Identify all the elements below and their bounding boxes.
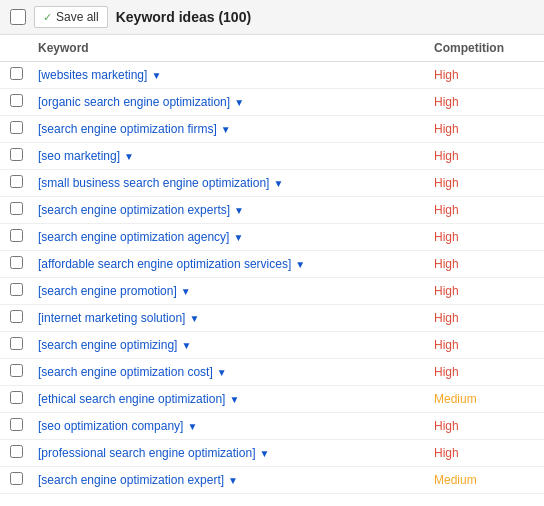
dropdown-arrow-12[interactable]: ▼: [229, 394, 239, 405]
row-competition-12: Medium: [434, 392, 534, 406]
row-keyword-3: [seo marketing] ▼: [38, 149, 434, 163]
row-checkbox-10[interactable]: [10, 337, 23, 350]
row-competition-0: High: [434, 68, 534, 82]
row-competition-1: High: [434, 95, 534, 109]
dropdown-arrow-6[interactable]: ▼: [233, 232, 243, 243]
row-checkbox-9[interactable]: [10, 310, 23, 323]
row-checkbox-5[interactable]: [10, 202, 23, 215]
row-checkbox-7[interactable]: [10, 256, 23, 269]
row-competition-10: High: [434, 338, 534, 352]
row-keyword-7: [affordable search engine optimization s…: [38, 257, 434, 271]
table-row: [ethical search engine optimization] ▼ M…: [0, 386, 544, 413]
row-checkbox-3[interactable]: [10, 148, 23, 161]
keyword-link-3[interactable]: [seo marketing]: [38, 149, 120, 163]
row-checkbox-14[interactable]: [10, 445, 23, 458]
row-competition-2: High: [434, 122, 534, 136]
row-competition-7: High: [434, 257, 534, 271]
keyword-link-15[interactable]: [search engine optimization expert]: [38, 473, 224, 487]
table-row: [affordable search engine optimization s…: [0, 251, 544, 278]
dropdown-arrow-1[interactable]: ▼: [234, 97, 244, 108]
row-keyword-11: [search engine optimization cost] ▼: [38, 365, 434, 379]
dropdown-arrow-11[interactable]: ▼: [217, 367, 227, 378]
row-checkbox-6[interactable]: [10, 229, 23, 242]
row-keyword-6: [search engine optimization agency] ▼: [38, 230, 434, 244]
table-row: [organic search engine optimization] ▼ H…: [0, 89, 544, 116]
table-row: [internet marketing solution] ▼ High: [0, 305, 544, 332]
row-keyword-1: [organic search engine optimization] ▼: [38, 95, 434, 109]
row-keyword-10: [search engine optimizing] ▼: [38, 338, 434, 352]
keyword-link-10[interactable]: [search engine optimizing]: [38, 338, 177, 352]
row-competition-14: High: [434, 446, 534, 460]
row-keyword-15: [search engine optimization expert] ▼: [38, 473, 434, 487]
table-row: [search engine optimizing] ▼ High: [0, 332, 544, 359]
table-row: [search engine optimization experts] ▼ H…: [0, 197, 544, 224]
table-row: [seo marketing] ▼ High: [0, 143, 544, 170]
keyword-link-9[interactable]: [internet marketing solution]: [38, 311, 185, 325]
save-all-button[interactable]: ✓ Save all: [34, 6, 108, 28]
row-checkbox-13[interactable]: [10, 418, 23, 431]
table-row: [websites marketing] ▼ High: [0, 62, 544, 89]
row-competition-4: High: [434, 176, 534, 190]
keyword-link-11[interactable]: [search engine optimization cost]: [38, 365, 213, 379]
row-checkbox-15[interactable]: [10, 472, 23, 485]
keyword-link-12[interactable]: [ethical search engine optimization]: [38, 392, 225, 406]
dropdown-arrow-2[interactable]: ▼: [221, 124, 231, 135]
table-row: [search engine promotion] ▼ High: [0, 278, 544, 305]
row-keyword-14: [professional search engine optimization…: [38, 446, 434, 460]
col-competition-header: Competition: [434, 41, 534, 55]
dropdown-arrow-14[interactable]: ▼: [259, 448, 269, 459]
row-checkbox-12[interactable]: [10, 391, 23, 404]
row-checkbox-11[interactable]: [10, 364, 23, 377]
save-all-label: Save all: [56, 10, 99, 24]
row-keyword-12: [ethical search engine optimization] ▼: [38, 392, 434, 406]
row-checkbox-4[interactable]: [10, 175, 23, 188]
dropdown-arrow-0[interactable]: ▼: [151, 70, 161, 81]
keyword-link-6[interactable]: [search engine optimization agency]: [38, 230, 229, 244]
dropdown-arrow-3[interactable]: ▼: [124, 151, 134, 162]
row-keyword-0: [websites marketing] ▼: [38, 68, 434, 82]
row-checkbox-8[interactable]: [10, 283, 23, 296]
col-keyword-header: Keyword: [38, 41, 434, 55]
select-all-checkbox[interactable]: [10, 9, 26, 25]
row-keyword-8: [search engine promotion] ▼: [38, 284, 434, 298]
row-checkbox-2[interactable]: [10, 121, 23, 134]
keyword-link-14[interactable]: [professional search engine optimization…: [38, 446, 255, 460]
keyword-link-1[interactable]: [organic search engine optimization]: [38, 95, 230, 109]
table-row: [seo optimization company] ▼ High: [0, 413, 544, 440]
dropdown-arrow-7[interactable]: ▼: [295, 259, 305, 270]
table-header: Keyword Competition: [0, 35, 544, 62]
keyword-link-4[interactable]: [small business search engine optimizati…: [38, 176, 269, 190]
table-row: [professional search engine optimization…: [0, 440, 544, 467]
row-keyword-2: [search engine optimization firms] ▼: [38, 122, 434, 136]
keyword-link-7[interactable]: [affordable search engine optimization s…: [38, 257, 291, 271]
dropdown-arrow-9[interactable]: ▼: [189, 313, 199, 324]
page-title: Keyword ideas (100): [116, 9, 251, 25]
row-competition-6: High: [434, 230, 534, 244]
dropdown-arrow-5[interactable]: ▼: [234, 205, 244, 216]
table-body: [websites marketing] ▼ High [organic sea…: [0, 62, 544, 494]
dropdown-arrow-15[interactable]: ▼: [228, 475, 238, 486]
keyword-link-0[interactable]: [websites marketing]: [38, 68, 147, 82]
table-row: [search engine optimization firms] ▼ Hig…: [0, 116, 544, 143]
row-competition-15: Medium: [434, 473, 534, 487]
keyword-link-8[interactable]: [search engine promotion]: [38, 284, 177, 298]
row-keyword-9: [internet marketing solution] ▼: [38, 311, 434, 325]
dropdown-arrow-10[interactable]: ▼: [181, 340, 191, 351]
table-row: [search engine optimization expert] ▼ Me…: [0, 467, 544, 494]
keyword-link-13[interactable]: [seo optimization company]: [38, 419, 183, 433]
row-checkbox-0[interactable]: [10, 67, 23, 80]
row-competition-3: High: [434, 149, 534, 163]
row-keyword-4: [small business search engine optimizati…: [38, 176, 434, 190]
row-competition-8: High: [434, 284, 534, 298]
dropdown-arrow-13[interactable]: ▼: [187, 421, 197, 432]
dropdown-arrow-4[interactable]: ▼: [273, 178, 283, 189]
header-bar: ✓ Save all Keyword ideas (100): [0, 0, 544, 35]
row-competition-9: High: [434, 311, 534, 325]
row-competition-13: High: [434, 419, 534, 433]
keyword-link-2[interactable]: [search engine optimization firms]: [38, 122, 217, 136]
dropdown-arrow-8[interactable]: ▼: [181, 286, 191, 297]
row-keyword-5: [search engine optimization experts] ▼: [38, 203, 434, 217]
row-checkbox-1[interactable]: [10, 94, 23, 107]
keyword-link-5[interactable]: [search engine optimization experts]: [38, 203, 230, 217]
row-competition-5: High: [434, 203, 534, 217]
